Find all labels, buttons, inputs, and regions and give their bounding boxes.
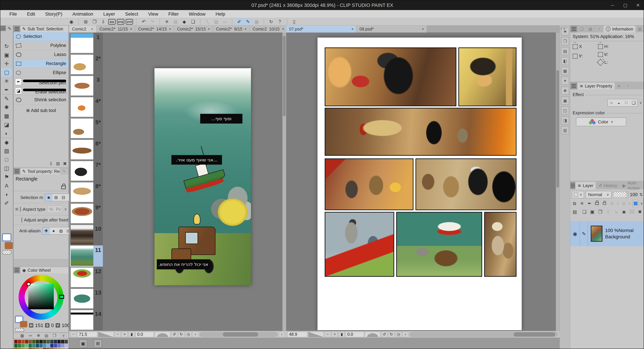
aspect-type-checkbox[interactable]: [20, 207, 21, 212]
collapse-left-icon[interactable]: ‹: [561, 27, 562, 31]
rotation-value-right[interactable]: 0.0: [346, 332, 364, 337]
command-bar-icon[interactable]: [134, 19, 137, 25]
document-tab[interactable]: Comic2*9/15●: [213, 26, 250, 33]
command-bar-icon[interactable]: ▭: [220, 19, 229, 25]
effect-control[interactable]: ○ ◒ ∷ ❏: [608, 99, 638, 107]
color-set-cell[interactable]: [25, 348, 28, 349]
quickmask-tab-icon[interactable]: ◔: [595, 26, 604, 32]
color-set-tab-icon[interactable]: ▦: [20, 333, 24, 338]
color-set-cell[interactable]: [61, 344, 64, 347]
color-set-cell[interactable]: [29, 348, 32, 349]
transparent-color-swatch[interactable]: [2, 250, 12, 254]
ruler-range-icon[interactable]: ⊘: [621, 200, 627, 207]
aa-none-icon[interactable]: ✚: [42, 227, 50, 234]
command-bar-icon[interactable]: ◉: [67, 19, 76, 25]
panel-shortcut-button[interactable]: ◨: [561, 116, 569, 124]
layer-mask-icon[interactable]: ◙: [621, 208, 627, 215]
wheel-transparent-color[interactable]: [15, 328, 24, 332]
command-bar-icon[interactable]: ▧: [171, 19, 180, 25]
panel-shortcut-button[interactable]: ❖: [561, 87, 569, 95]
tool-button[interactable]: ✎: [1, 94, 12, 103]
color-set-cell[interactable]: [46, 344, 50, 347]
color-set-cell[interactable]: [29, 344, 32, 347]
panel-shortcut-button[interactable]: ▣: [561, 97, 569, 105]
menu-item[interactable]: File: [4, 10, 22, 18]
information-tab[interactable]: iInformation: [604, 26, 636, 32]
command-bar-icon[interactable]: ↻: [267, 19, 276, 25]
command-bar-icon[interactable]: jpg: [108, 19, 116, 25]
card-tab-icon[interactable]: ▥: [636, 26, 644, 32]
tool-button[interactable]: □: [1, 155, 12, 164]
color-set-cell[interactable]: [29, 340, 32, 343]
tool-button[interactable]: ⚑: [1, 173, 12, 181]
horizontal-scrollbar-left[interactable]: [199, 332, 278, 337]
color-set-cell[interactable]: [14, 344, 18, 347]
expression-color-dropdown[interactable]: Color ∨: [576, 118, 626, 126]
zoom-minus-button[interactable]: −: [325, 332, 331, 337]
tool-button[interactable]: ▨: [1, 147, 12, 155]
page-thumbnail[interactable]: 4*: [69, 96, 103, 118]
page-thumbnail[interactable]: 7*: [69, 160, 103, 182]
layer-color-icon[interactable]: [632, 200, 638, 207]
lock-icon[interactable]: [61, 186, 66, 189]
color-slider-tab-icon[interactable]: ≔: [28, 333, 32, 338]
zoom-value-right[interactable]: 48.9: [288, 332, 307, 337]
mode-new-icon[interactable]: ■: [45, 194, 52, 201]
panel-shortcut-button[interactable]: ❐: [561, 37, 569, 45]
color-set-cell[interactable]: [18, 340, 21, 343]
color-set-cell[interactable]: [22, 340, 25, 343]
layer-search-tab-icon[interactable]: ≋: [615, 83, 624, 89]
color-set-cell[interactable]: [54, 340, 57, 343]
aspect-unit-control[interactable]: % Px: [47, 205, 62, 213]
command-bar-icon[interactable]: ▯: [290, 19, 298, 25]
layer-row-background[interactable]: ◉ ✎ 100 %Normal Background: [570, 221, 644, 246]
page-thumbnail[interactable]: 14: [69, 309, 103, 330]
reset-view-button[interactable]: ◷: [396, 332, 402, 337]
tool-property-extra-tab[interactable]: ✎: [60, 168, 68, 175]
color-set-cell[interactable]: [54, 348, 57, 349]
menu-item[interactable]: Filter: [163, 10, 184, 18]
adjust-angle-checkbox[interactable]: [21, 218, 22, 223]
color-wheel-tab[interactable]: ◉Color Wheel: [20, 267, 68, 273]
menu-item[interactable]: Select: [120, 10, 143, 18]
delete-sub-tool-icon[interactable]: ✖: [63, 161, 67, 166]
panel-shortcut-button[interactable]: ▦: [561, 67, 569, 75]
sub-tool-item-polyline[interactable]: Polyline: [14, 41, 68, 50]
document-tab[interactable]: Comic2*11/15●: [96, 26, 135, 33]
collapse-right-icon[interactable]: »: [563, 27, 565, 31]
menu-item[interactable]: Help: [210, 10, 230, 18]
saturation-value[interactable]: 0: [51, 322, 54, 328]
fit-button[interactable]: ▮: [129, 332, 135, 337]
document-tab[interactable]: 08.psd*●: [356, 26, 427, 33]
value-value[interactable]: 100: [62, 322, 70, 328]
color-wheel-menu-button[interactable]: [14, 267, 20, 273]
wheel-sub-color[interactable]: [20, 321, 27, 327]
sub-tool-menu-button[interactable]: [14, 26, 20, 32]
tool-button[interactable]: ◆: [1, 138, 12, 147]
tool-button[interactable]: ▢: [1, 68, 12, 77]
command-bar-icon[interactable]: png: [117, 19, 124, 25]
color-set-cell[interactable]: [43, 348, 46, 349]
sub-tool-item-erase-selection[interactable]: ◪Erase selection: [14, 86, 68, 95]
color-set-cell[interactable]: [32, 344, 35, 347]
add-sub-tool-button[interactable]: ⊕ Add sub tool: [14, 108, 68, 113]
reset-view-button[interactable]: ◷: [185, 332, 191, 337]
menu-item[interactable]: Animation: [67, 10, 98, 18]
tool-button[interactable]: ◪: [1, 120, 12, 129]
color-set-cell[interactable]: [50, 344, 54, 347]
command-bar-icon[interactable]: [261, 19, 264, 25]
menu-item[interactable]: Layer: [98, 10, 120, 18]
opacity-slider[interactable]: [613, 192, 628, 197]
panel-shortcut-button[interactable]: ▤: [561, 47, 569, 55]
blend-mode-dropdown[interactable]: Normal∨: [586, 191, 612, 198]
color-library-tab-icon[interactable]: ❒: [52, 333, 56, 338]
page-thumbnail[interactable]: 11: [69, 245, 103, 267]
document-tab[interactable]: Comic2*14/15●: [135, 26, 174, 33]
color-set-cell[interactable]: [65, 348, 68, 349]
anti-aliasing-control[interactable]: ✚ ● ◍ ◎: [42, 227, 72, 235]
document-tab[interactable]: Comic2*15/15●: [174, 26, 213, 33]
command-bar-icon[interactable]: ⊞: [82, 19, 90, 25]
color-set-cell[interactable]: [46, 348, 50, 349]
border-effect-icon[interactable]: ○: [608, 99, 615, 106]
draft-layer-icon[interactable]: ✒: [586, 200, 592, 207]
